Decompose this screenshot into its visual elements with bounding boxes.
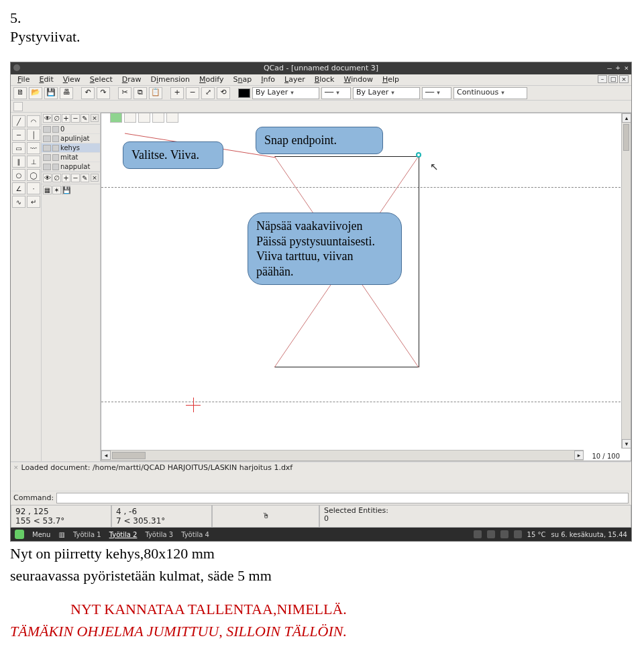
zoom-in-button[interactable]: + <box>170 87 184 99</box>
eye-icon[interactable] <box>43 135 51 142</box>
parallel-tool[interactable]: ∥ <box>12 156 25 168</box>
tray-icon[interactable] <box>487 530 495 538</box>
grid-toggle-button[interactable] <box>13 102 23 111</box>
block-edit-icon[interactable]: ✎ <box>80 174 89 182</box>
menu-snap[interactable]: Snap <box>229 75 256 84</box>
menu-dimension[interactable]: Dimension <box>147 75 195 84</box>
menu-draw[interactable]: Draw <box>118 75 146 84</box>
layer-remove-icon[interactable]: − <box>71 114 80 123</box>
hline-tool[interactable]: ─ <box>12 129 25 141</box>
linetype-preview[interactable]: ──▾ <box>321 87 351 99</box>
menu-help[interactable]: Help <box>378 75 403 84</box>
menu-modify[interactable]: Modify <box>195 75 227 84</box>
zoom-prev-button[interactable]: ⟲ <box>217 87 230 99</box>
polyline-tool[interactable]: 〰 <box>27 142 40 154</box>
snap-grid-icon[interactable] <box>138 113 150 123</box>
workspace-1[interactable]: Työtila 1 <box>73 531 101 538</box>
open-button[interactable]: 📂 <box>29 87 42 99</box>
menu-window[interactable]: Window <box>340 75 377 84</box>
linetype-combo[interactable]: Continuous▾ <box>453 87 527 99</box>
block-insert-icon[interactable]: ▦ <box>43 186 52 194</box>
layer-item[interactable]: apulinjat <box>42 134 100 143</box>
copy-button[interactable]: ⧉ <box>133 87 147 99</box>
scroll-left-icon[interactable]: ◂ <box>101 451 111 460</box>
mdi-minimize-button[interactable]: – <box>598 75 607 83</box>
print-button[interactable]: 🖶 <box>60 87 73 99</box>
block-explode-icon[interactable]: ✶ <box>52 186 61 194</box>
menu-button[interactable]: Menu <box>32 531 50 538</box>
back-tool[interactable]: ↵ <box>27 196 40 208</box>
tray-icon[interactable] <box>514 530 522 538</box>
linetype-mode-combo[interactable]: By Layer▾ <box>353 87 420 99</box>
eye-icon[interactable] <box>43 145 51 152</box>
layer-item[interactable]: nappulat <box>42 162 100 172</box>
spline-tool[interactable]: ∿ <box>12 196 25 208</box>
scroll-down-icon[interactable]: ▾ <box>622 439 631 448</box>
block-add-icon[interactable]: + <box>62 174 70 182</box>
line-tool[interactable]: ╱ <box>12 115 25 127</box>
taskbar-app-icon[interactable]: ▥ <box>58 531 64 538</box>
scroll-thumb[interactable] <box>112 452 146 459</box>
menu-edit[interactable]: Edit <box>35 75 57 84</box>
undo-button[interactable]: ↶ <box>81 87 95 99</box>
mdi-close-button[interactable]: × <box>619 75 629 83</box>
scroll-up-icon[interactable]: ▴ <box>622 113 631 123</box>
scroll-thumb[interactable] <box>623 124 629 151</box>
paste-button[interactable]: 📋 <box>149 87 162 99</box>
snap-free-icon[interactable] <box>124 113 136 123</box>
back-icon[interactable] <box>110 113 122 123</box>
lineweight-combo[interactable]: By Layer▾ <box>252 87 319 99</box>
new-button[interactable]: 🗎 <box>13 87 27 99</box>
panel-close-icon[interactable]: × <box>91 114 99 122</box>
tray-icon[interactable] <box>500 530 508 538</box>
lock-icon[interactable] <box>52 164 59 170</box>
layer-add-icon[interactable]: + <box>62 114 70 123</box>
snap-mid-icon[interactable] <box>166 113 178 123</box>
cut-button[interactable]: ✂ <box>118 87 131 99</box>
tray-icon[interactable] <box>474 530 482 538</box>
block-hideall-icon[interactable]: ∅ <box>52 174 61 182</box>
panel-close-icon[interactable]: × <box>13 465 19 471</box>
minimize-button[interactable]: – <box>607 64 612 72</box>
linetype-preview2[interactable]: ──▾ <box>422 87 451 99</box>
layer-item-selected[interactable]: kehys <box>42 143 100 153</box>
mdi-restore-button[interactable]: □ <box>608 75 618 83</box>
zoom-out-button[interactable]: − <box>186 87 199 99</box>
workspace-3[interactable]: Työtila 3 <box>145 531 173 538</box>
eye-icon[interactable] <box>43 164 51 170</box>
lock-icon[interactable] <box>52 154 59 161</box>
menu-block[interactable]: Block <box>311 75 339 84</box>
panel-close-icon[interactable]: × <box>91 174 99 182</box>
workspace-2[interactable]: Työtila 2 <box>109 531 138 538</box>
vline-tool[interactable]: │ <box>27 129 40 141</box>
lock-icon[interactable] <box>52 126 59 133</box>
save-button[interactable]: 💾 <box>44 87 58 99</box>
angle-tool[interactable]: ∠ <box>12 182 25 194</box>
block-save-icon[interactable]: 💾 <box>62 186 70 194</box>
close-button[interactable]: × <box>624 64 629 72</box>
point-tool[interactable]: · <box>27 182 40 194</box>
horizontal-scrollbar[interactable]: ◂ ▸ <box>101 450 584 461</box>
layer-showall-icon[interactable]: 👁 <box>43 114 52 123</box>
scroll-right-icon[interactable]: ▸ <box>574 451 584 460</box>
menu-info[interactable]: Info <box>257 75 279 84</box>
zoom-fit-button[interactable]: ⤢ <box>201 87 215 99</box>
menu-file[interactable]: File <box>13 75 34 84</box>
block-remove-icon[interactable]: − <box>71 174 80 182</box>
snap-end-icon[interactable] <box>152 113 164 123</box>
command-input[interactable] <box>56 493 629 503</box>
maximize-button[interactable]: + <box>616 64 621 72</box>
layer-item[interactable]: 0 <box>42 125 100 134</box>
drawing-canvas[interactable]: ↖ Valitse. Viiva. Snap endpoint. Näpsää … <box>101 113 631 461</box>
layer-edit-icon[interactable]: ✎ <box>80 114 89 123</box>
ellipse-tool[interactable]: ◯ <box>27 169 40 181</box>
lock-icon[interactable] <box>52 135 59 142</box>
start-icon[interactable] <box>15 530 24 539</box>
rectangle-tool[interactable]: ▭ <box>12 142 25 154</box>
block-showall-icon[interactable]: 👁 <box>43 174 52 182</box>
eye-icon[interactable] <box>43 154 51 161</box>
eye-icon[interactable] <box>43 126 51 133</box>
perpendicular-tool[interactable]: ⊥ <box>27 156 40 168</box>
arc-tool[interactable]: ◠ <box>27 115 40 127</box>
vertical-scrollbar[interactable]: ▴ ▾ <box>621 113 631 448</box>
